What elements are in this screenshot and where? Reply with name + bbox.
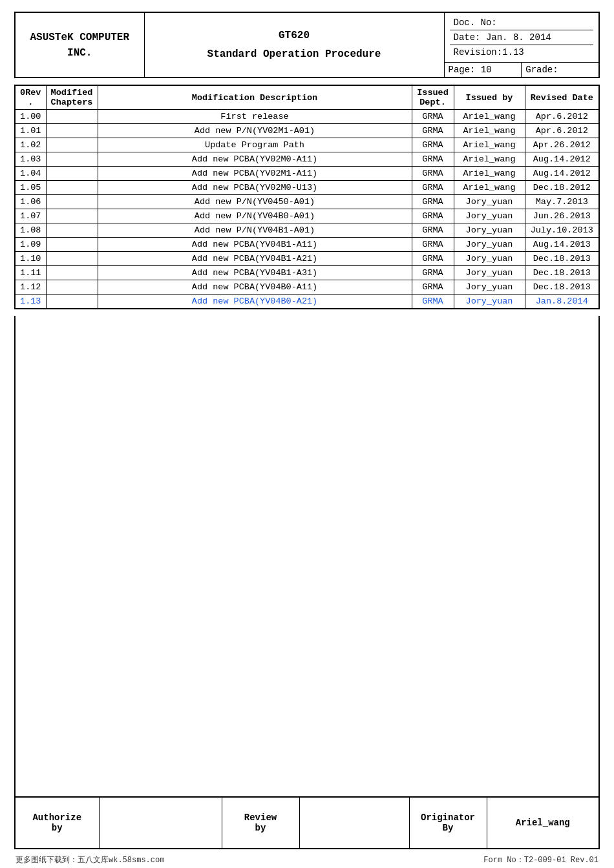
table-row: 1.13Add new PCBA(YV04B0-A21)GRMAJory_yua… (15, 294, 599, 309)
dept-cell: GRMA (412, 252, 454, 266)
desc-cell: Add new PCBA(YV04B1-A21) (98, 252, 412, 266)
dept-cell: GRMA (412, 124, 454, 138)
dept-cell: GRMA (412, 238, 454, 252)
review-value-cell (299, 797, 409, 849)
page-grade-cell: Page: 10 Grade: (444, 63, 599, 78)
dept-cell: GRMA (412, 181, 454, 195)
date-cell: Jan.8.2014 (525, 294, 599, 309)
footer-table: Authorize by Review by Originator By Ari… (14, 796, 600, 849)
doc-title-cell: GT620 Standard Operation Procedure (144, 12, 444, 78)
grade-label: Grade: (522, 63, 598, 77)
mod-cell (46, 195, 98, 209)
doc-no-label: Doc. No: (450, 16, 594, 30)
dept-cell: GRMA (412, 266, 454, 280)
desc-cell: Add new P/N(YV04B0-A01) (98, 209, 412, 223)
rev-cell: 1.05 (15, 181, 46, 195)
desc-cell: Add new P/N(YV0450-A01) (98, 195, 412, 209)
table-row: 1.10Add new PCBA(YV04B1-A21)GRMAJory_yua… (15, 252, 599, 266)
rev-cell: 1.11 (15, 266, 46, 280)
by-cell: Ariel_wang (454, 138, 525, 152)
table-row: 1.06Add new P/N(YV0450-A01)GRMAJory_yuan… (15, 195, 599, 209)
doc-title: GT620 (150, 26, 439, 45)
bottom-right-text: Form No：T2-009-01 Rev.01 (483, 854, 598, 865)
col-header-mod: Modified Chapters (46, 85, 98, 110)
desc-cell: Update Program Path (98, 138, 412, 152)
rev-cell: 1.01 (15, 124, 46, 138)
content-area (14, 316, 600, 796)
company-text: ASUSTeK COMPUTER INC. (30, 32, 129, 59)
desc-cell: Add new PCBA(YV04B0-A11) (98, 280, 412, 294)
desc-cell: Add new PCBA(YV02M0-A11) (98, 152, 412, 167)
doc-info-inner: Doc. No: Date: Jan. 8. 2014 Revision:1.1… (450, 16, 594, 59)
date-cell: Jun.26.2013 (525, 209, 599, 223)
desc-cell: First release (98, 110, 412, 124)
date-cell: Aug.14.2012 (525, 152, 599, 167)
mod-cell (46, 223, 98, 238)
col-header-desc: Modification Description (98, 85, 412, 110)
mod-cell (46, 252, 98, 266)
mod-cell (46, 124, 98, 138)
table-row: 1.01Add new P/N(YV02M1-A01)GRMAAriel_wan… (15, 124, 599, 138)
table-row: 1.00First releaseGRMAAriel_wangApr.6.201… (15, 110, 599, 124)
date-cell: Aug.14.2012 (525, 167, 599, 181)
dept-cell: GRMA (412, 110, 454, 124)
revision-label: Revision:1.13 (450, 45, 594, 60)
table-row: 1.08Add new P/N(YV04B1-A01)GRMAJory_yuan… (15, 223, 599, 238)
rev-cell: 1.02 (15, 138, 46, 152)
date-cell: Aug.14.2013 (525, 238, 599, 252)
desc-cell: Add new PCBA(YV02M0-U13) (98, 181, 412, 195)
header-table: ASUSTeK COMPUTER INC. GT620 Standard Ope… (14, 12, 600, 78)
table-row: 1.11Add new PCBA(YV04B1-A31)GRMAJory_yua… (15, 266, 599, 280)
dept-cell: GRMA (412, 138, 454, 152)
by-cell: Ariel_wang (454, 152, 525, 167)
mod-cell (46, 167, 98, 181)
by-cell: Jory_yuan (454, 238, 525, 252)
desc-cell: Add new PCBA(YV04B1-A11) (98, 238, 412, 252)
date-cell: Dec.18.2012 (525, 181, 599, 195)
by-cell: Ariel_wang (454, 110, 525, 124)
rev-cell: 1.09 (15, 238, 46, 252)
page-label: Page: 10 (445, 63, 522, 77)
dept-cell: GRMA (412, 152, 454, 167)
by-cell: Jory_yuan (454, 280, 525, 294)
dept-cell: GRMA (412, 280, 454, 294)
rev-cell: 1.07 (15, 209, 46, 223)
mod-cell (46, 280, 98, 294)
date-cell: Dec.18.2013 (525, 280, 599, 294)
date-label: Date: Jan. 8. 2014 (450, 30, 594, 45)
date-cell: Apr.6.2012 (525, 124, 599, 138)
table-header-row: 0Rev . Modified Chapters Modification De… (15, 85, 599, 110)
rev-cell: 1.04 (15, 167, 46, 181)
rev-cell: 1.06 (15, 195, 46, 209)
rev-cell: 1.10 (15, 252, 46, 266)
by-cell: Ariel_wang (454, 181, 525, 195)
table-row: 1.09Add new PCBA(YV04B1-A11)GRMAJory_yua… (15, 238, 599, 252)
by-cell: Jory_yuan (454, 195, 525, 209)
mod-cell (46, 238, 98, 252)
dept-cell: GRMA (412, 209, 454, 223)
date-cell: Dec.18.2013 (525, 252, 599, 266)
dept-cell: GRMA (412, 294, 454, 309)
date-cell: Apr.26.2012 (525, 138, 599, 152)
rev-cell: 1.13 (15, 294, 46, 309)
col-header-rev: 0Rev . (15, 85, 46, 110)
by-cell: Jory_yuan (454, 294, 525, 309)
review-cell: Review by (222, 797, 299, 849)
by-cell: Jory_yuan (454, 209, 525, 223)
date-cell: Apr.6.2012 (525, 110, 599, 124)
mod-cell (46, 138, 98, 152)
desc-cell: Add new PCBA(YV04B0-A21) (98, 294, 412, 309)
originator-cell: Originator By (409, 797, 487, 849)
desc-cell: Add new P/N(YV04B1-A01) (98, 223, 412, 238)
date-cell: July.10.2013 (525, 223, 599, 238)
bottom-left-text: 更多图纸下载到：五八文库wk.58sms.com (16, 854, 164, 865)
table-row: 1.05Add new PCBA(YV02M0-U13)GRMAAriel_wa… (15, 181, 599, 195)
by-cell: Ariel_wang (454, 124, 525, 138)
mod-cell (46, 209, 98, 223)
rev-cell: 1.08 (15, 223, 46, 238)
mod-cell (46, 266, 98, 280)
date-cell: Dec.18.2013 (525, 266, 599, 280)
table-row: 1.07Add new P/N(YV04B0-A01)GRMAJory_yuan… (15, 209, 599, 223)
desc-cell: Add new PCBA(YV02M1-A11) (98, 167, 412, 181)
doc-subtitle: Standard Operation Procedure (150, 45, 439, 64)
